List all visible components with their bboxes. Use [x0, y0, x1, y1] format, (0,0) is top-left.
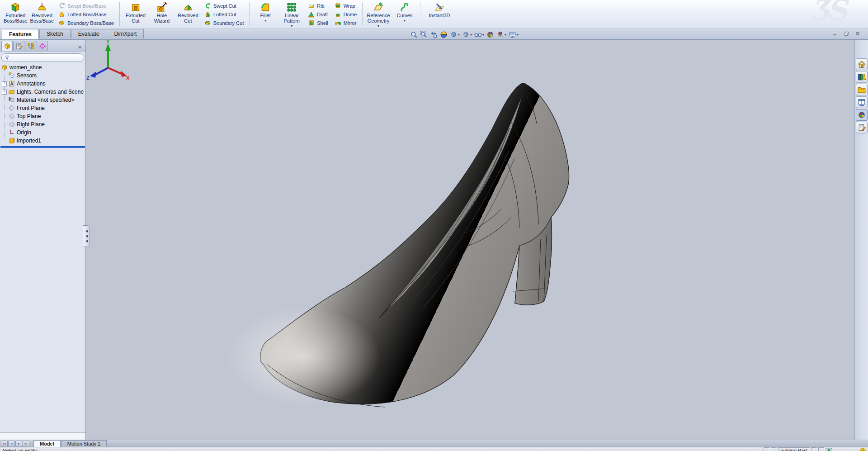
- tab-dimxpert[interactable]: DimXpert: [107, 29, 144, 38]
- doc-tab-motion-study-1[interactable]: Motion Study 1: [61, 440, 107, 447]
- filter-funnel-icon: [5, 54, 9, 62]
- feature-tree-filter[interactable]: [1, 53, 84, 62]
- tree-item-label: Annotations: [17, 81, 45, 87]
- custom-properties-button[interactable]: [856, 122, 868, 133]
- shoe-model[interactable]: [86, 40, 854, 440]
- instant3d-button[interactable]: Instant3D: [423, 0, 456, 28]
- panel-overflow-chevron[interactable]: »: [75, 43, 84, 51]
- tree-item-top-plane[interactable]: Top Plane: [0, 112, 85, 120]
- extruded-cut-button[interactable]: ExtrudedCut: [123, 0, 149, 28]
- dropdown-arrow-icon[interactable]: ▾: [482, 33, 484, 37]
- tree-item-lights-cameras-and-scene[interactable]: Lights, Cameras and Scene: [0, 88, 85, 96]
- fillet-button[interactable]: Fillet▾: [252, 0, 278, 28]
- view-orientation-button[interactable]: ▾: [449, 31, 460, 38]
- configuration-manager-tab[interactable]: [25, 41, 36, 51]
- dropdown-arrow-icon[interactable]: ▾: [517, 33, 519, 37]
- view-settings-button[interactable]: ▾: [508, 31, 519, 38]
- lofted-boss-base-button[interactable]: Lofted Boss/Base: [56, 10, 116, 19]
- tree-item-right-plane[interactable]: Right Plane: [0, 120, 85, 128]
- lofted-cut-button[interactable]: Lofted Cut: [202, 10, 246, 19]
- graphics-area[interactable]: Y X Z: [86, 40, 854, 440]
- design-library-button[interactable]: [856, 71, 868, 83]
- tree-expander[interactable]: +: [2, 90, 7, 95]
- revolved-cut-icon: [183, 2, 193, 13]
- tree-item-annotations[interactable]: Annotations: [0, 80, 85, 88]
- property-manager-tab[interactable]: [13, 41, 24, 51]
- tree-expander[interactable]: +: [2, 81, 7, 86]
- dropdown-arrow-icon[interactable]: ▾: [470, 33, 472, 37]
- tab-evaluate[interactable]: Evaluate: [71, 29, 107, 38]
- status-cell: [811, 447, 817, 451]
- tab-scroll-last-button[interactable]: ▸|: [23, 441, 29, 447]
- dropdown-arrow-icon[interactable]: ▾: [377, 24, 379, 28]
- section-view-button[interactable]: [439, 31, 448, 38]
- mirror-button[interactable]: Mirror: [332, 19, 359, 27]
- zoom-to-area-button[interactable]: [420, 31, 428, 38]
- edit-appearance-button[interactable]: [486, 31, 495, 38]
- dome-button[interactable]: Dome: [332, 10, 359, 19]
- shell-button[interactable]: Shell: [306, 19, 330, 27]
- restore-button[interactable]: [844, 31, 849, 37]
- button-label: Mirror: [344, 20, 357, 26]
- dropdown-arrow-icon[interactable]: ▾: [404, 19, 406, 23]
- status-cell: [764, 447, 770, 451]
- linear-pattern-button[interactable]: LinearPattern▾: [278, 0, 305, 28]
- revolved-cut-button[interactable]: RevolvedCut: [175, 0, 201, 28]
- hide-show-items-button[interactable]: ▾: [474, 31, 485, 38]
- rib-button[interactable]: Rib: [306, 1, 330, 10]
- tab-sketch[interactable]: Sketch: [39, 29, 71, 38]
- file-explorer-button[interactable]: [856, 84, 868, 95]
- previous-view-button[interactable]: [429, 31, 438, 38]
- tree-item-women-shoe[interactable]: women_shoe: [0, 63, 85, 71]
- dropdown-arrow-icon[interactable]: ▾: [291, 24, 292, 28]
- rollback-bar[interactable]: [0, 146, 85, 148]
- women-shoe-icon: [1, 64, 8, 71]
- tree-item-sensors[interactable]: Sensors: [0, 71, 85, 80]
- boundary-cut-button[interactable]: Boundary Cut: [202, 19, 246, 27]
- dropdown-arrow-icon[interactable]: ▾: [458, 33, 460, 37]
- doc-tab-model[interactable]: Model: [33, 440, 61, 447]
- tree-item-material-not-specified[interactable]: Material <not specified>: [0, 96, 85, 104]
- close-button[interactable]: [855, 31, 861, 37]
- swept-cut-button[interactable]: Swept Cut: [202, 1, 246, 10]
- tab-scroll-prev-button[interactable]: ◂: [8, 441, 15, 447]
- hide-show-items-icon: [474, 31, 482, 38]
- quick-tips-icon[interactable]: [859, 447, 866, 451]
- configuration-manager-icon: [27, 43, 34, 50]
- draft-button[interactable]: Draft: [306, 10, 330, 19]
- solidworks-resources-button[interactable]: [856, 58, 868, 70]
- panel-collapse-handle[interactable]: [83, 225, 90, 247]
- dropdown-arrow-icon[interactable]: ▾: [505, 33, 506, 37]
- fillet-icon: [260, 2, 271, 13]
- revolved-boss-base-button[interactable]: RevolvedBoss/Base: [29, 0, 56, 28]
- tree-item-label: Imported1: [17, 138, 41, 144]
- boundary-boss-base-button[interactable]: Boundary Boss/Base: [56, 19, 116, 27]
- zoom-to-area-icon: [420, 31, 428, 38]
- dimxpert-manager-tab[interactable]: [37, 41, 48, 51]
- design-tree-tab[interactable]: [1, 41, 13, 51]
- dassault-systemes-watermark: ƷS: [811, 0, 845, 27]
- curves-button[interactable]: Curves▾: [392, 0, 418, 28]
- apply-scene-button[interactable]: ▾: [496, 31, 507, 38]
- tab-scroll-first-button[interactable]: |◂: [1, 441, 8, 447]
- lofted-boss-icon: [58, 11, 65, 18]
- status-display-icon[interactable]: [826, 447, 832, 451]
- triad-x-label: X: [126, 75, 130, 81]
- zoom-to-fit-button[interactable]: [410, 31, 418, 38]
- tree-item-front-plane[interactable]: Front Plane: [0, 104, 85, 112]
- hole-wizard-button[interactable]: HoleWizard: [149, 0, 175, 28]
- minimize-button[interactable]: [832, 31, 838, 37]
- appearances-scenes-button[interactable]: [856, 109, 868, 121]
- display-style-button[interactable]: ▾: [462, 31, 472, 38]
- dropdown-arrow-icon[interactable]: ▾: [264, 19, 266, 23]
- view-palette-button[interactable]: [856, 96, 868, 108]
- reference-geometry-button[interactable]: ReferenceGeometry▾: [365, 0, 392, 28]
- extruded-boss-base-button[interactable]: ExtrudedBoss/Base: [2, 0, 29, 28]
- wrap-button[interactable]: Wrap: [332, 1, 359, 10]
- button-label: Shell: [317, 20, 328, 26]
- tab-scroll-next-button[interactable]: ▸: [15, 441, 22, 447]
- document-tab-bar: |◂◂▸▸| ModelMotion Study 1: [0, 440, 868, 447]
- tab-features[interactable]: Features: [2, 29, 39, 39]
- tree-item-imported1[interactable]: Imported1: [0, 137, 85, 145]
- tree-item-origin[interactable]: Origin: [0, 128, 85, 137]
